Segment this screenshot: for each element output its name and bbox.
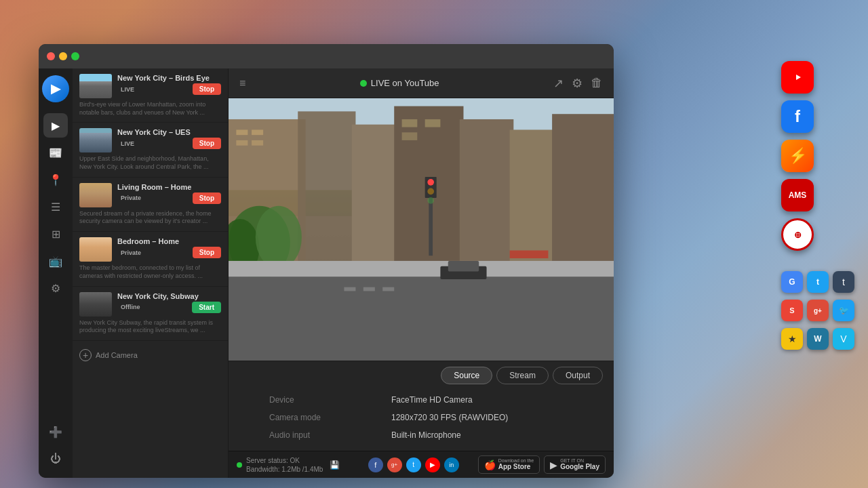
camera-btn-2[interactable]: Stop [193,192,221,204]
svg-rect-3 [352,125,398,264]
share-button[interactable]: ↗ [553,76,564,91]
dock-small-wordpress[interactable]: W [807,328,829,350]
add-icon: + [79,349,92,361]
video-area [229,98,614,361]
dock-facebook[interactable]: f [781,100,814,133]
store-buttons: 🍎 Download on the App Store ▶ GET IT ON … [478,455,606,474]
main-content: ≡ LIVE on YouTube ↗ ⚙ 🗑 [229,68,614,478]
camera-item-4[interactable]: New York City, Subway Offline Start New … [73,287,228,341]
social-googleplus[interactable]: g+ [387,458,402,472]
sidebar-item-settings[interactable]: ⚙ [43,276,68,300]
dock-ams[interactable]: AMS [781,179,814,211]
svg-rect-9 [252,129,263,135]
dock-small-stumble[interactable]: S [781,300,803,321]
dock-row-3: ★ W V [781,328,854,350]
detail-value-1: 868x488 30 FPS (RAWVIDEO) [391,413,600,422]
sidebar-item-plus[interactable]: ➕ [43,420,68,444]
minimize-button[interactable] [59,52,67,60]
camera-item-2[interactable]: Living Room – Home Private Stop Secured … [73,178,228,232]
status-dot [237,462,242,468]
social-facebook[interactable]: f [368,458,383,472]
tab-output[interactable]: Output [553,367,603,384]
camera-name-0: New York City – Birds Eye [117,74,221,82]
top-bar-actions: ↗ ⚙ 🗑 [553,76,603,91]
tab-stream[interactable]: Stream [496,367,549,384]
svg-rect-2 [298,111,355,263]
google-play-button[interactable]: ▶ GET IT ON Google Play [544,455,606,474]
camera-desc-2: Secured stream of a private residence, t… [79,210,221,226]
detail-value-2: Built-in Microphone [391,430,600,440]
tab-source[interactable]: Source [441,367,492,384]
add-camera-button[interactable]: + Add Camera [73,341,228,369]
camera-list: New York City – Birds Eye LIVE Stop Bird… [73,68,229,478]
svg-rect-30 [448,261,479,271]
dock-row-2: S g+ 🐦 [781,300,854,321]
apple-icon: 🍎 [484,460,496,470]
dock-small-gplus[interactable]: g+ [807,300,829,321]
dock-row-1: G t t [781,271,854,293]
sidebar-item-power[interactable]: ⏻ [43,447,68,471]
dock-small-tumblr[interactable]: t [807,271,829,293]
maximize-button[interactable] [71,52,79,60]
dock-small-tumblr2[interactable]: t [833,271,854,293]
camera-btn-3[interactable]: Stop [193,247,221,258]
svg-rect-22 [382,287,394,291]
details-grid: DeviceFaceTime HD CameraCamera mode1280x… [229,390,614,451]
camera-item-3[interactable]: Bedroom – Home Private Stop The master b… [73,232,228,286]
sidebar-item-play[interactable]: ▶ [43,113,68,138]
top-bar: ≡ LIVE on YouTube ↗ ⚙ 🗑 [229,68,614,98]
social-youtube[interactable]: ▶ [425,458,440,472]
settings-button[interactable]: ⚙ [572,76,583,91]
detail-value-0: FaceTime HD Camera [391,395,600,405]
menu-icon[interactable]: ≡ [239,77,245,89]
add-camera-label: Add Camera [96,351,138,359]
social-twitter[interactable]: t [406,458,421,472]
sidebar-item-grid[interactable]: ⊞ [43,222,68,246]
detail-label-1: Camera mode [269,413,378,422]
app-store-button[interactable]: 🍎 Download on the App Store [478,455,540,474]
camera-thumb-4 [79,292,112,317]
svg-rect-11 [252,140,263,146]
svg-point-27 [427,188,434,195]
camera-desc-1: Upper East Side and neighborhood, Manhat… [79,155,221,171]
server-status: Server status: OK Bandwidth: 1.2Mb /1.4M… [237,456,363,474]
right-dock: f ⚡ AMS ⊕ G t t S g+ 🐦 ★ W V [781,61,854,350]
live-dot [360,80,367,87]
delete-button[interactable]: 🗑 [591,76,603,90]
app-logo[interactable]: ▶ [42,75,69,102]
sidebar-item-news[interactable]: 📰 [43,140,68,165]
sidebar-item-tv[interactable]: 📺 [43,249,68,273]
camera-btn-1[interactable]: Stop [193,138,221,149]
dock-small-google[interactable]: G [781,271,803,293]
sidebar-item-list[interactable]: ☰ [43,195,68,219]
svg-point-28 [427,197,434,204]
app-window: ▶ ▶ 📰 📍 ☰ ⊞ 📺 ⚙ ➕ ⏻ New York City – Bird… [39,44,614,478]
close-button[interactable] [47,52,55,60]
camera-btn-4[interactable]: Start [192,302,221,313]
dock-thunder[interactable]: ⚡ [781,140,814,172]
svg-rect-23 [229,261,614,277]
camera-btn-0[interactable]: Stop [193,83,221,95]
dock-small-twitter[interactable]: 🐦 [833,300,854,321]
camera-status-3: Private [117,249,144,257]
svg-rect-14 [402,132,418,140]
dock-small-yellow[interactable]: ★ [781,328,803,350]
dock-youtube[interactable] [781,61,814,94]
live-label: LIVE on YouTube [371,78,439,88]
camera-name-1: New York City – UES [117,128,221,136]
camera-item-1[interactable]: New York City – UES LIVE Stop Upper East… [73,123,228,177]
svg-rect-10 [236,140,248,146]
dock-s5[interactable]: ⊕ [781,218,814,251]
camera-thumb-1 [79,128,112,152]
dock-small-vimeo[interactable]: V [833,328,854,350]
svg-point-17 [256,206,302,269]
svg-rect-6 [510,129,556,261]
camera-item-0[interactable]: New York City – Birds Eye LIVE Stop Bird… [73,68,228,123]
svg-rect-7 [552,114,614,264]
camera-thumb-2 [79,183,112,207]
status-text: Server status: OK Bandwidth: 1.2Mb /1.4M… [246,456,323,474]
social-linkedin[interactable]: in [444,458,459,472]
svg-rect-12 [402,119,418,127]
sidebar-item-location[interactable]: 📍 [43,167,68,192]
camera-status-0: LIVE [117,85,138,94]
